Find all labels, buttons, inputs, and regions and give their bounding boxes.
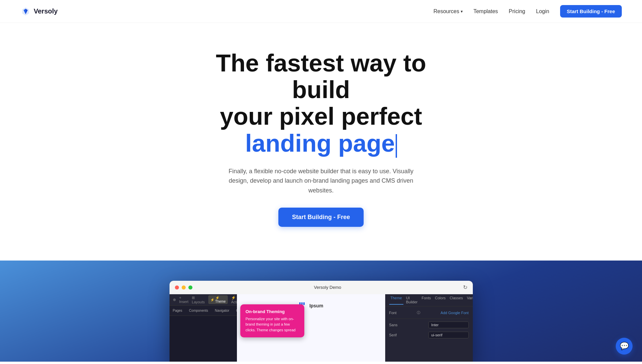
hero-section: The fastest way to build your pixel perf… [0,23,642,261]
browser-window: Versoly Demo ↻ ⊕ + Insert ⊞ Layouts ⚡ ⚡ … [170,281,473,362]
nav-resources[interactable]: Resources ▾ [433,8,462,14]
svg-rect-2 [303,302,305,305]
hero-title: The fastest way to build your pixel perf… [203,50,439,157]
editor-canvas: Ipsum H: Heading [H1] On-brand Theming P… [237,294,385,362]
tab-components[interactable]: Components [186,306,212,315]
panel-tab-variables[interactable]: Variables [465,295,472,305]
panel-serif-row: Serif ui-serif [389,332,469,338]
tab-navigator[interactable]: Navigator [212,306,233,315]
panel-body: Font ⓘ Add Google Font Sans Inter Serif … [385,306,473,346]
nav-links: Resources ▾ Templates Pricing Login Star… [433,5,622,18]
tab-pages[interactable]: Pages [170,306,186,315]
sans-input[interactable]: Inter [428,322,469,328]
panel-tab-classes[interactable]: Classes [448,295,464,305]
layouts-icon[interactable]: ⊞ Layouts [192,296,205,304]
font-info-icon: ⓘ [417,310,420,315]
serif-label: Serif [389,333,397,337]
theme-toolbar-item[interactable]: ⚡ ⚡ Theme [208,295,228,304]
nav-cta-button[interactable]: Start Building - Free [560,5,622,18]
nav-login[interactable]: Login [536,8,549,14]
editor-left-tabs: Pages Components Navigator CMS Wow [170,306,237,316]
font-label: Font [389,311,397,315]
tooltip-popup: On-brand Theming Personalize your site w… [240,304,304,338]
editor-toolbar: ⊕ + Insert ⊞ Layouts ⚡ ⚡ Theme ⚡ Actions… [170,294,237,306]
navbar: Versoly Resources ▾ Templates Pricing Lo… [0,0,642,23]
logo-icon [20,6,31,17]
chat-icon: 💬 [620,342,629,351]
insert-icon[interactable]: + Insert [179,296,189,304]
cursor-blink [396,134,397,158]
versoly-icon: ⊕ [173,298,176,302]
dot-yellow [182,285,186,290]
panel-tab-theme[interactable]: Theme [389,295,403,305]
tooltip-body: Personalize your site with on-brand them… [246,316,299,333]
hero-cta-button[interactable]: Start Building - Free [278,208,363,227]
dot-red [175,285,179,290]
editor-content: ⊕ + Insert ⊞ Layouts ⚡ ⚡ Theme ⚡ Actions… [170,294,473,362]
tooltip-title: On-brand Theming [246,309,299,314]
chevron-down-icon: ▾ [461,9,463,14]
editor-right-panel: Theme UI Builder Fonts Colors Classes Va… [385,294,473,362]
add-google-font-link[interactable]: Add Google Font [440,311,468,315]
divider1 [389,318,469,319]
editor-left-panel: ⊕ + Insert ⊞ Layouts ⚡ ⚡ Theme ⚡ Actions… [170,294,237,362]
nav-pricing[interactable]: Pricing [509,8,525,14]
nav-templates[interactable]: Templates [473,8,498,14]
sans-label: Sans [389,323,398,327]
logo-link[interactable]: Versoly [20,6,58,17]
refresh-icon[interactable]: ↻ [463,284,467,291]
serif-input[interactable]: ui-serif [428,332,469,338]
panel-font-row: Font ⓘ Add Google Font [389,310,469,315]
browser-url: Versoly Demo [195,285,460,290]
browser-bar: Versoly Demo ↻ [170,281,473,294]
dot-green [188,285,192,290]
hero-subtitle: Finally, a flexible no-code website buil… [227,166,416,195]
panel-header: Theme UI Builder Fonts Colors Classes Va… [385,294,473,306]
panel-tab-colors[interactable]: Colors [434,295,447,305]
panel-sans-row: Sans Inter [389,322,469,328]
canvas-logo-text: Ipsum [309,303,323,308]
logo-text: Versoly [34,7,58,15]
demo-section: Versoly Demo ↻ ⊕ + Insert ⊞ Layouts ⚡ ⚡ … [0,261,642,362]
panel-tab-fonts[interactable]: Fonts [420,295,432,305]
panel-tab-uibuilder[interactable]: UI Builder [405,295,419,305]
hero-title-blue: landing page [245,130,395,157]
panel-tabs: Theme UI Builder Fonts Colors Classes Va… [389,295,473,305]
chat-bubble[interactable]: 💬 [616,338,633,355]
